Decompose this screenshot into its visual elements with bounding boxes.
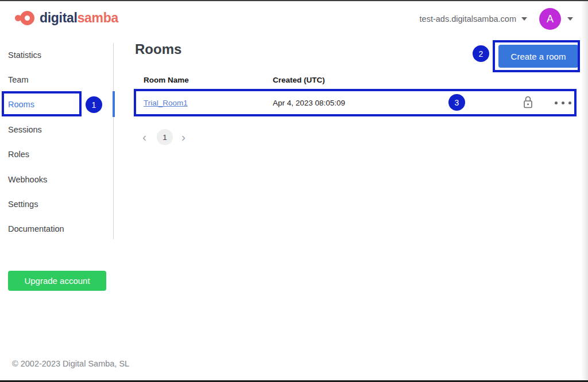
chevron-down-icon[interactable] [567,17,573,21]
column-header-created: Created (UTC) [273,76,325,84]
lock-icon[interactable] [523,95,533,112]
sidebar-item-settings[interactable]: Settings [0,192,109,216]
active-nav-indicator [113,91,115,117]
logo-wordmark: digitalsamba [40,10,118,26]
column-header-room-name: Room Name [144,76,189,84]
more-options-icon[interactable] [555,102,571,104]
sidebar-item-sessions[interactable]: Sessions [0,117,109,142]
page-title: Rooms [135,41,181,57]
sidebar-nav: Statistics Team Rooms Sessions Roles Web… [0,42,109,241]
pagination-prev-icon[interactable]: ‹ [142,130,146,145]
pagination-next-icon[interactable]: › [181,130,185,145]
workspace-domain-label[interactable]: test-ads.digitalsamba.com [420,14,516,24]
copyright-text: © 2002-2023 Digital Samba, SL [12,359,129,368]
logo-word-samba: samba [78,10,118,25]
right-edge-shadow [581,1,588,380]
sidebar-item-webhooks[interactable]: Webhooks [0,167,109,192]
sidebar-divider [113,43,114,239]
room-created-value: Apr 4, 2023 08:05:09 [273,99,345,107]
sidebar-item-team[interactable]: Team [0,67,109,92]
sidebar-item-roles[interactable]: Roles [0,142,109,167]
digitalsamba-logo-icon [15,8,36,28]
create-room-button[interactable]: Create a room [498,45,578,68]
logo-ring-shape [20,11,34,25]
pagination-page-1[interactable]: 1 [157,129,173,145]
room-name-link[interactable]: Trial_Room1 [144,99,188,107]
app-window: digitalsamba test-ads.digitalsamba.com A… [0,0,588,382]
annotation-step-2-badge: 2 [473,45,489,62]
annotation-step-1-badge: 1 [86,96,102,113]
logo-word-digital: digital [40,10,78,25]
sidebar-item-documentation[interactable]: Documentation [0,217,109,241]
dot-shape [562,102,564,104]
annotation-step-3-badge: 3 [448,94,465,111]
sidebar-item-statistics[interactable]: Statistics [0,42,109,67]
account-area: test-ads.digitalsamba.com A [420,1,573,37]
upgrade-account-button[interactable]: Upgrade account [8,271,106,291]
digitalsamba-logo[interactable]: digitalsamba [15,8,118,28]
dot-shape [568,102,571,104]
annotation-box-room-row [134,89,577,116]
chevron-down-icon[interactable] [521,17,527,21]
avatar[interactable]: A [539,8,561,30]
dot-shape [555,102,558,104]
